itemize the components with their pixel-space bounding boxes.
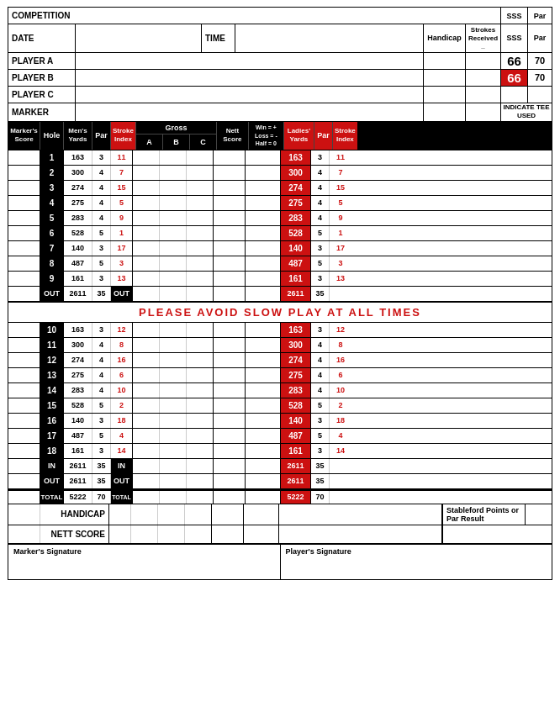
nett-win-loss[interactable] <box>244 525 279 543</box>
sc-gross-a[interactable] <box>133 256 160 271</box>
player-c-name[interactable] <box>76 87 424 103</box>
sc-nett-score[interactable] <box>214 226 246 240</box>
sc-gross-b[interactable] <box>160 323 187 337</box>
sc-win-loss[interactable] <box>246 196 281 210</box>
sc-markers-score[interactable] <box>8 383 40 398</box>
sc-markers-score[interactable] <box>8 256 40 271</box>
sc-markers-score[interactable] <box>8 150 40 165</box>
sc-nett-score[interactable] <box>214 181 246 195</box>
sc-gross-a[interactable] <box>133 196 160 210</box>
nett-gross-a[interactable] <box>131 525 158 543</box>
sc-nett-score[interactable] <box>214 414 246 428</box>
sc-gross-a[interactable] <box>133 338 160 352</box>
sc-gross-c[interactable] <box>187 287 214 301</box>
handi-gross-a[interactable] <box>131 504 158 525</box>
sc-win-loss[interactable] <box>246 226 281 240</box>
sc-markers-score[interactable] <box>8 287 40 301</box>
sc-markers-score[interactable] <box>8 353 40 367</box>
sc-nett-score[interactable] <box>214 398 246 413</box>
nett-gross-c[interactable] <box>185 525 212 543</box>
sc-win-loss[interactable] <box>246 368 281 382</box>
sc-nett-score[interactable] <box>214 491 246 504</box>
sc-markers-score[interactable] <box>8 368 40 382</box>
sc-markers-score[interactable] <box>8 491 40 504</box>
sc-gross-b[interactable] <box>160 196 187 210</box>
nett-markers[interactable] <box>8 525 40 543</box>
sc-gross-c[interactable] <box>187 241 214 256</box>
sc-gross-b[interactable] <box>160 256 187 271</box>
sc-nett-score[interactable] <box>214 287 246 301</box>
sc-gross-b[interactable] <box>160 491 187 504</box>
sc-win-loss[interactable] <box>246 166 281 180</box>
handi-si[interactable] <box>109 504 131 525</box>
sc-win-loss[interactable] <box>246 414 281 428</box>
sc-win-loss[interactable] <box>246 491 281 504</box>
nett-gross-b[interactable] <box>158 525 185 543</box>
sc-win-loss[interactable] <box>246 211 281 225</box>
sc-markers-score[interactable] <box>8 196 40 210</box>
sc-nett-score[interactable] <box>214 444 246 458</box>
sc-gross-c[interactable] <box>187 323 214 337</box>
sc-markers-score[interactable] <box>8 166 40 180</box>
sc-nett-score[interactable] <box>214 211 246 225</box>
sc-gross-a[interactable] <box>133 474 160 488</box>
sc-nett-score[interactable] <box>214 196 246 210</box>
sc-gross-a[interactable] <box>133 414 160 428</box>
sc-nett-score[interactable] <box>214 323 246 337</box>
sc-gross-c[interactable] <box>187 272 214 286</box>
sc-win-loss[interactable] <box>246 150 281 165</box>
sc-markers-score[interactable] <box>8 414 40 428</box>
handi-gross-c[interactable] <box>185 504 212 525</box>
sc-gross-b[interactable] <box>160 368 187 382</box>
player-a-strokes[interactable] <box>466 53 501 69</box>
player-b-name[interactable] <box>76 70 424 86</box>
sc-markers-score[interactable] <box>8 241 40 256</box>
sc-nett-score[interactable] <box>214 166 246 180</box>
sc-win-loss[interactable] <box>246 353 281 367</box>
sc-gross-c[interactable] <box>187 474 214 488</box>
sc-markers-score[interactable] <box>8 338 40 352</box>
sc-win-loss[interactable] <box>246 287 281 301</box>
sc-gross-a[interactable] <box>133 181 160 195</box>
sc-nett-score[interactable] <box>214 241 246 256</box>
sc-gross-c[interactable] <box>187 398 214 413</box>
marker-handicap[interactable] <box>424 103 466 121</box>
player-a-handicap[interactable] <box>424 53 466 69</box>
sc-gross-b[interactable] <box>160 474 187 488</box>
date-field[interactable] <box>76 24 202 52</box>
sc-win-loss[interactable] <box>246 444 281 458</box>
sc-gross-c[interactable] <box>187 414 214 428</box>
sc-gross-c[interactable] <box>187 383 214 398</box>
sc-nett-score[interactable] <box>214 429 246 443</box>
handi-win-loss[interactable] <box>244 504 279 525</box>
sc-markers-score[interactable] <box>8 211 40 225</box>
sc-markers-score[interactable] <box>8 474 40 488</box>
sc-gross-a[interactable] <box>133 241 160 256</box>
sc-nett-score[interactable] <box>214 474 246 488</box>
sc-gross-b[interactable] <box>160 272 187 286</box>
sc-gross-a[interactable] <box>133 272 160 286</box>
sc-gross-b[interactable] <box>160 398 187 413</box>
sc-gross-c[interactable] <box>187 429 214 443</box>
sc-nett-score[interactable] <box>214 256 246 271</box>
sc-gross-b[interactable] <box>160 226 187 240</box>
sc-win-loss[interactable] <box>246 474 281 488</box>
handi-markers[interactable] <box>8 504 40 525</box>
sc-gross-b[interactable] <box>160 338 187 352</box>
sc-nett-score[interactable] <box>214 150 246 165</box>
sc-gross-c[interactable] <box>187 196 214 210</box>
sc-win-loss[interactable] <box>246 181 281 195</box>
sc-win-loss[interactable] <box>246 429 281 443</box>
time-field[interactable] <box>235 24 424 52</box>
sc-gross-a[interactable] <box>133 150 160 165</box>
sc-gross-a[interactable] <box>133 353 160 367</box>
sc-gross-b[interactable] <box>160 241 187 256</box>
sc-gross-c[interactable] <box>187 368 214 382</box>
sc-markers-score[interactable] <box>8 323 40 337</box>
nett-nett[interactable] <box>212 525 244 543</box>
sc-gross-b[interactable] <box>160 181 187 195</box>
sc-nett-score[interactable] <box>214 272 246 286</box>
sc-nett-score[interactable] <box>214 353 246 367</box>
sc-gross-c[interactable] <box>187 181 214 195</box>
sc-nett-score[interactable] <box>214 368 246 382</box>
